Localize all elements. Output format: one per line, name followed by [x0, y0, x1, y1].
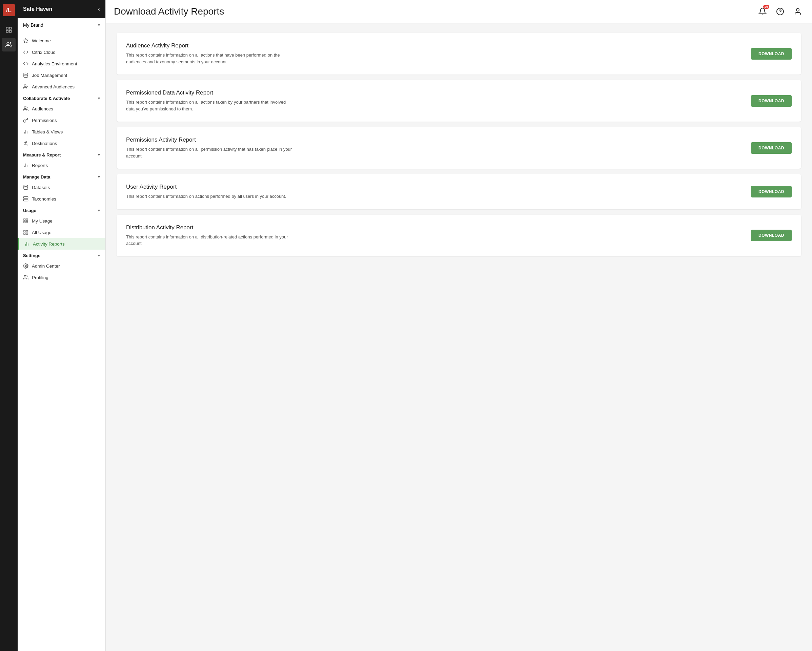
section-arrow-5: ▾ — [98, 253, 100, 258]
svg-rect-23 — [26, 221, 28, 223]
report-card: User Activity Report This report contain… — [117, 174, 801, 209]
notifications-button[interactable]: 20 — [756, 5, 769, 18]
sidebar-item-tables-views[interactable]: Tables & Views — [18, 126, 105, 137]
svg-point-6 — [24, 73, 28, 74]
users-icon — [23, 275, 29, 280]
datasets-icon — [23, 184, 29, 190]
brand-selector[interactable]: My Brand ▾ — [18, 18, 105, 32]
bar-chart-icon — [23, 129, 29, 134]
svg-point-13 — [25, 141, 26, 142]
download-button-audience-activity[interactable]: DOWNLOAD — [751, 48, 792, 59]
sidebar: Safe Haven ‹ My Brand ▾ Welcome Citrix C… — [18, 0, 106, 651]
section-arrow-4: ▾ — [98, 208, 100, 213]
sidebar-item-audiences[interactable]: Audiences — [18, 103, 105, 114]
star-icon — [23, 38, 29, 43]
svg-marker-5 — [23, 38, 28, 43]
content-area: Audience Activity Report This report con… — [106, 23, 812, 651]
download-button-permissioned-data[interactable]: DOWNLOAD — [751, 95, 792, 107]
section-measure-report[interactable]: Measure & Report ▾ — [18, 149, 105, 160]
notification-badge: 20 — [763, 5, 769, 9]
rail-icon-data[interactable] — [2, 38, 15, 52]
sidebar-item-advanced-audiences[interactable]: Advanced Audiences — [18, 81, 105, 93]
svg-point-9 — [24, 107, 26, 108]
reports-bar-icon — [23, 163, 29, 168]
svg-point-33 — [24, 275, 26, 277]
svg-point-4 — [7, 42, 9, 45]
sidebar-item-permissions[interactable]: Permissions — [18, 114, 105, 126]
help-button[interactable] — [774, 5, 786, 18]
report-card: Permissions Activity Report This report … — [117, 127, 801, 169]
brand-chevron: ▾ — [98, 23, 100, 27]
app-name: Safe Haven — [23, 6, 52, 12]
sidebar-item-analytics-env[interactable]: Analytics Environment — [18, 58, 105, 69]
database-icon — [23, 73, 29, 78]
download-button-distribution-activity[interactable]: DOWNLOAD — [751, 230, 792, 241]
sidebar-item-admin-center[interactable]: Admin Center — [18, 260, 105, 271]
sidebar-item-profiling[interactable]: Profiling — [18, 271, 105, 283]
activity-reports-icon — [24, 241, 29, 247]
section-settings[interactable]: Settings ▾ — [18, 250, 105, 260]
report-info: Distribution Activity Report This report… — [126, 224, 744, 247]
report-info: User Activity Report This report contain… — [126, 184, 744, 200]
collapse-button[interactable]: ‹ — [98, 5, 100, 12]
sidebar-item-welcome[interactable]: Welcome — [18, 35, 105, 46]
report-title: Audience Activity Report — [126, 42, 744, 49]
svg-rect-22 — [26, 219, 28, 221]
sidebar-item-reports[interactable]: Reports — [18, 160, 105, 171]
report-title: Permissioned Data Activity Report — [126, 89, 744, 96]
all-usage-icon — [23, 230, 29, 235]
account-icon — [794, 8, 802, 15]
report-description: This report contains information on all … — [126, 52, 296, 65]
svg-rect-25 — [24, 230, 25, 232]
sidebar-item-activity-reports[interactable]: Activity Reports — [18, 238, 105, 250]
svg-rect-3 — [6, 30, 8, 32]
report-title: Distribution Activity Report — [126, 224, 744, 231]
account-button[interactable] — [792, 5, 804, 18]
section-collaborate-activate[interactable]: Collaborate & Activate ▾ — [18, 93, 105, 103]
download-button-permissions-activity[interactable]: DOWNLOAD — [751, 142, 792, 154]
rail-icon-home[interactable] — [2, 23, 15, 37]
top-bar: Download Activity Reports 20 — [106, 0, 812, 23]
report-description: This report contains information on acti… — [126, 193, 296, 200]
sidebar-item-datasets[interactable]: Datasets — [18, 181, 105, 193]
code-icon — [23, 49, 29, 55]
report-title: User Activity Report — [126, 184, 744, 191]
section-arrow: ▾ — [98, 96, 100, 101]
svg-rect-28 — [24, 233, 25, 235]
svg-point-7 — [24, 85, 26, 86]
sidebar-item-destinations[interactable]: Destinations — [18, 137, 105, 149]
report-info: Permissioned Data Activity Report This r… — [126, 89, 744, 112]
svg-point-36 — [797, 8, 799, 11]
sidebar-header: Safe Haven ‹ — [18, 0, 105, 18]
users-gear-icon — [23, 84, 29, 89]
report-info: Permissions Activity Report This report … — [126, 137, 744, 159]
app-logo[interactable]: /L — [3, 4, 15, 16]
report-description: This report contains information on all … — [126, 99, 296, 112]
section-arrow-2: ▾ — [98, 153, 100, 157]
svg-rect-20 — [23, 199, 28, 201]
report-card: Permissioned Data Activity Report This r… — [117, 80, 801, 122]
svg-rect-2 — [9, 30, 12, 32]
taxonomies-icon — [23, 196, 29, 201]
sidebar-item-job-management[interactable]: Job Management — [18, 69, 105, 81]
section-manage-data[interactable]: Manage Data ▾ — [18, 171, 105, 181]
svg-point-32 — [25, 265, 26, 267]
code-icon-2 — [23, 61, 29, 66]
sidebar-item-my-usage[interactable]: My Usage — [18, 215, 105, 227]
sidebar-item-citrix-cloud[interactable]: Citrix Cloud — [18, 46, 105, 58]
svg-rect-27 — [26, 233, 28, 235]
report-description: This report contains information on all … — [126, 234, 296, 247]
svg-rect-24 — [24, 221, 25, 223]
audiences-icon — [23, 106, 29, 111]
sidebar-item-taxonomies[interactable]: Taxonomies — [18, 193, 105, 204]
download-button-user-activity[interactable]: DOWNLOAD — [751, 186, 792, 197]
sidebar-item-all-usage[interactable]: All Usage — [18, 227, 105, 238]
report-card: Audience Activity Report This report con… — [117, 33, 801, 75]
report-title: Permissions Activity Report — [126, 137, 744, 143]
report-description: This report contains information on all … — [126, 146, 296, 159]
gear-icon — [23, 263, 29, 268]
key-icon — [23, 117, 29, 123]
section-usage[interactable]: Usage ▾ — [18, 204, 105, 215]
page-title: Download Activity Reports — [114, 6, 224, 17]
help-icon — [776, 8, 784, 15]
